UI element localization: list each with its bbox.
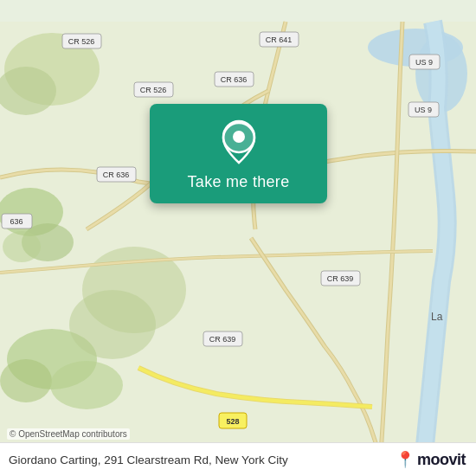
svg-point-12 <box>69 290 156 359</box>
moovit-pin-icon: 📍 <box>396 450 415 469</box>
svg-text:CR 526: CR 526 <box>140 86 167 94</box>
svg-text:528: 528 <box>226 417 239 426</box>
svg-text:CR 639: CR 639 <box>209 335 236 344</box>
svg-text:CR 639: CR 639 <box>327 274 354 283</box>
svg-text:636: 636 <box>10 217 23 226</box>
osm-attribution: © OpenStreetMap contributors <box>7 428 130 440</box>
svg-point-9 <box>0 359 52 402</box>
take-me-there-button[interactable]: Take me there <box>188 173 290 191</box>
map-container: CR 526 CR 526 CR 641 CR 636 CR 636 636 U… <box>0 0 476 476</box>
svg-text:La: La <box>431 311 443 323</box>
moovit-logo: 📍 moovit <box>396 450 466 469</box>
svg-text:CR 636: CR 636 <box>103 170 130 179</box>
address-text: Giordano Carting, 291 Clearstream Rd, Ne… <box>9 453 396 466</box>
location-icon-wrapper <box>216 119 261 164</box>
map-background: CR 526 CR 526 CR 641 CR 636 CR 636 636 U… <box>0 0 476 476</box>
svg-text:US 9: US 9 <box>415 106 432 114</box>
svg-text:CR 526: CR 526 <box>68 37 95 46</box>
svg-text:CR 641: CR 641 <box>266 35 293 44</box>
location-pin-icon <box>220 119 258 164</box>
bottom-bar: Giordano Carting, 291 Clearstream Rd, Ne… <box>0 442 476 476</box>
svg-point-37 <box>233 131 245 143</box>
svg-point-10 <box>50 361 123 409</box>
svg-text:US 9: US 9 <box>415 58 433 67</box>
svg-text:CR 636: CR 636 <box>221 75 248 84</box>
action-card[interactable]: Take me there <box>150 104 327 203</box>
moovit-brand-text: moovit <box>417 451 466 469</box>
svg-point-7 <box>3 231 41 262</box>
